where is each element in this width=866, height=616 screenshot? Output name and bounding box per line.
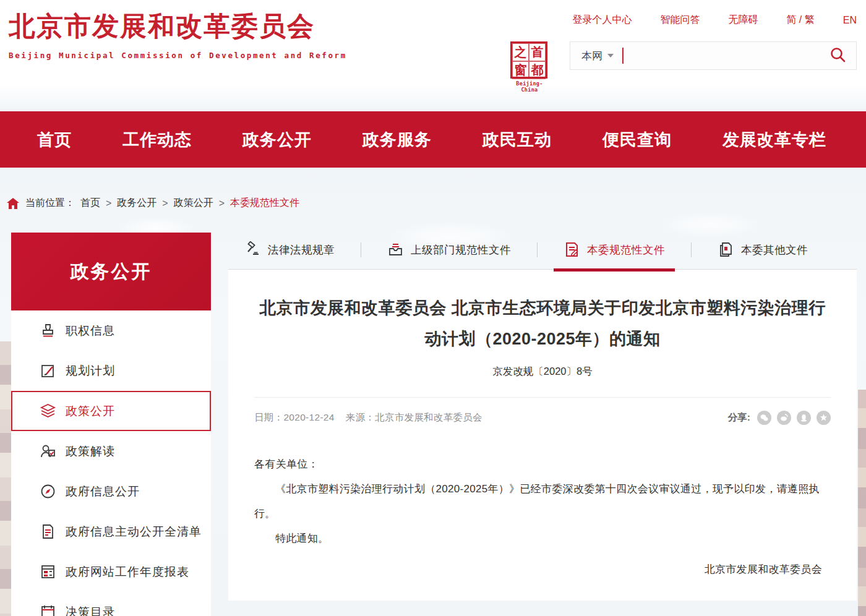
inbox-icon: [387, 241, 404, 258]
nav-item-gov-affairs-open[interactable]: 政务公开: [242, 129, 312, 151]
breadcrumb-separator: >: [219, 198, 225, 209]
tab-separator: [361, 242, 361, 257]
sidebar-title-text: 政务公开: [71, 259, 152, 284]
site-title: 北京市发展和改革委员会: [9, 10, 347, 43]
sidebar-item-decision-catalog[interactable]: 决策目录: [11, 592, 211, 616]
search-scope-label: 本网: [581, 49, 602, 63]
body-paragraph: 《北京市塑料污染治理行动计划（2020-2025年）》已经市委深改委第十四次会议…: [254, 477, 831, 526]
meta-divider: [254, 397, 831, 398]
sidebar-item-website-annual-report[interactable]: 政府网站工作年度报表: [11, 552, 211, 592]
source-value: 北京市发展和改革委员会: [375, 412, 482, 422]
link-accessibility[interactable]: 无障碍: [728, 14, 758, 27]
tab-laws-regulations[interactable]: 法律法规规章: [241, 241, 338, 258]
breadcrumb: 当前位置： 首页 > 政务公开 > 政策公开 > 本委规范性文件: [6, 197, 866, 210]
sidebar-item-disclosure-full-list[interactable]: 政府信息主动公开全清单: [11, 511, 211, 552]
sidebar-item-label: 规划计划: [66, 363, 115, 379]
sidebar-item-gov-info-disclosure[interactable]: 政府信息公开: [11, 471, 211, 511]
doc-pencil-icon: [564, 241, 580, 258]
capital-window-seal-logo[interactable]: 之 首 窗 都 Beijing-China: [510, 41, 549, 93]
date-value: 2020-12-24: [283, 412, 334, 422]
link-smart-qa[interactable]: 智能问答: [660, 14, 700, 27]
breadcrumb-separator: >: [106, 198, 111, 209]
tab-label: 法律法规规章: [268, 242, 335, 257]
catalog-icon: [40, 604, 56, 616]
breadcrumb-home[interactable]: 首页: [80, 197, 100, 210]
signature: 北京市发展和改革委员会: [254, 557, 831, 582]
site-logo[interactable]: 北京市发展和改革委员会 Beijing Municipal Commission…: [9, 10, 347, 60]
seal-char: 之: [512, 43, 529, 61]
content-column: 法律法规规章 上级部门规范性文件 本委规范性文件: [228, 233, 857, 601]
search-row: 之 首 窗 都 Beijing-China 本网: [510, 41, 857, 93]
layers-icon: [40, 403, 56, 419]
seal-box: 之 首 窗 都: [510, 41, 547, 79]
document-number: 京发改规〔2020〕8号: [254, 365, 831, 379]
sidebar-item-authority-info[interactable]: 职权信息: [11, 310, 211, 351]
sidebar: 政务公开 职权信息 规划计划 政策公开: [11, 233, 211, 616]
share-weibo-button[interactable]: [777, 411, 791, 425]
star-icon: [820, 414, 828, 422]
search-box: 本网: [570, 41, 857, 70]
nav-item-reform-column[interactable]: 发展改革专栏: [722, 129, 826, 151]
tab-label: 本委规范性文件: [587, 242, 665, 257]
header-right: 登录个人中心 智能问答 无障碍 简 / 繁 EN 之 首 窗 都 Beijing…: [510, 14, 857, 93]
sidebar-item-label: 政策解读: [66, 443, 115, 460]
nav-item-gov-services[interactable]: 政务服务: [362, 129, 432, 151]
breadcrumb-label: 当前位置：: [25, 197, 75, 210]
share-favorite-button[interactable]: [817, 411, 831, 425]
plan-doc-icon: [40, 362, 56, 379]
sidebar-title: 政务公开: [11, 233, 211, 310]
search-icon: [830, 46, 846, 63]
nav-item-public-interaction[interactable]: 政民互动: [482, 129, 552, 151]
search-button[interactable]: [828, 45, 847, 66]
tab-label: 上级部门规范性文件: [411, 242, 511, 257]
sidebar-item-policy-interpretation[interactable]: 政策解读: [11, 431, 211, 471]
tab-separator: [691, 242, 692, 257]
date-label: 日期：: [254, 412, 283, 422]
sidebar-item-label: 决策目录: [66, 604, 115, 616]
seal-caption: Beijing-China: [510, 80, 549, 93]
main-navigation: 首页 工作动态 政务公开 政务服务 政民互动 便民查询 发展改革专栏: [0, 111, 866, 168]
sidebar-item-label: 政府信息主动公开全清单: [66, 524, 202, 540]
share-qq-button[interactable]: [797, 411, 811, 425]
top-links: 登录个人中心 智能问答 无障碍 简 / 繁 EN: [510, 14, 857, 27]
sidebar-item-label: 政策公开: [66, 403, 115, 419]
article-meta: 日期：2020-12-24来源：北京市发展和改革委员会 分享:: [254, 411, 831, 425]
seal-char: 窗: [512, 61, 529, 79]
breadcrumb-gov-open[interactable]: 政务公开: [117, 197, 156, 210]
link-login-personal-center[interactable]: 登录个人中心: [572, 14, 632, 27]
share-label: 分享:: [728, 411, 750, 424]
doc-copy-icon: [718, 241, 734, 258]
sidebar-item-label: 政府信息公开: [66, 484, 140, 500]
weibo-icon: [780, 414, 788, 422]
stamp-icon: [40, 322, 56, 339]
article: 北京市发展和改革委员会 北京市生态环境局关于印发北京市塑料污染治理行动计划（20…: [228, 270, 857, 601]
qq-icon: [800, 414, 808, 422]
sidebar-item-planning[interactable]: 规划计划: [11, 351, 211, 391]
link-simplified-traditional[interactable]: 简 / 繁: [786, 14, 814, 27]
breadcrumb-policy-open[interactable]: 政策公开: [174, 197, 213, 210]
nav-item-convenient-query[interactable]: 便民查询: [602, 129, 672, 151]
search-scope-dropdown[interactable]: 本网: [581, 49, 614, 63]
link-english[interactable]: EN: [843, 15, 857, 26]
site-subtitle: Beijing Municipal Commission of Developm…: [9, 51, 347, 60]
salutation: 各有关单位：: [254, 452, 831, 477]
chevron-down-icon: [607, 54, 614, 58]
breadcrumb-current: 本委规范性文件: [230, 197, 299, 210]
site-header: 北京市发展和改革委员会 Beijing Municipal Commission…: [0, 0, 866, 93]
sidebar-item-policy-open[interactable]: 政策公开: [11, 391, 211, 431]
nav-item-home[interactable]: 首页: [37, 129, 72, 151]
document-type-tabs: 法律法规规章 上级部门规范性文件 本委规范性文件: [228, 233, 857, 270]
tab-committee-normative-documents[interactable]: 本委规范性文件: [560, 241, 669, 258]
article-body: 各有关单位： 《北京市塑料污染治理行动计划（2020-2025年）》已经市委深改…: [254, 452, 831, 582]
share-bar: 分享:: [728, 411, 831, 425]
tab-superior-normative-documents[interactable]: 上级部门规范性文件: [384, 241, 515, 258]
sidebar-item-label: 政府网站工作年度报表: [66, 564, 189, 580]
nav-item-work-dynamics[interactable]: 工作动态: [122, 129, 192, 151]
share-wechat-button[interactable]: [757, 411, 771, 425]
tab-committee-other-documents[interactable]: 本委其他文件: [714, 241, 812, 258]
search-input[interactable]: [630, 43, 828, 68]
background-photo-left-edge: [0, 341, 11, 616]
article-title: 北京市发展和改革委员会 北京市生态环境局关于印发北京市塑料污染治理行动计划（20…: [255, 293, 830, 355]
sidebar-item-label: 职权信息: [66, 323, 115, 339]
wechat-icon: [760, 414, 768, 422]
